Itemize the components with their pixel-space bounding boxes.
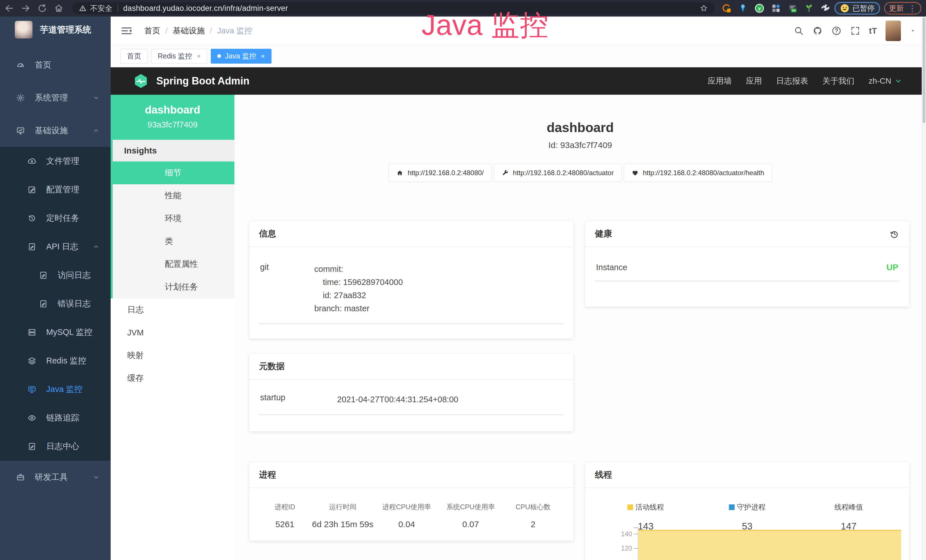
browser-home-icon[interactable] bbox=[54, 3, 64, 14]
sba-item-logs[interactable]: 日志 bbox=[110, 298, 235, 321]
not-secure-warning-icon[interactable] bbox=[79, 4, 87, 12]
instance-name: dashboard bbox=[110, 104, 235, 116]
page-title: dashboard bbox=[235, 120, 926, 135]
extension-sprout-icon[interactable] bbox=[804, 3, 814, 13]
security-label: 不安全 bbox=[90, 3, 112, 14]
sidebar-item-tracing[interactable]: 链路追踪 bbox=[0, 404, 110, 432]
service-url-button[interactable]: http://192.168.0.2:48080/ bbox=[389, 164, 492, 182]
breadcrumb-infrastructure[interactable]: 基础设施 bbox=[173, 26, 205, 36]
sba-instance-header[interactable]: dashboard 93a3fc7f7409 bbox=[110, 95, 235, 140]
browser-menu-icon[interactable]: ⋮ bbox=[908, 4, 917, 13]
address-bar[interactable]: 不安全 dashboard.yudao.iocoder.cn/infra/adm… bbox=[73, 2, 715, 14]
sba-brand-title[interactable]: Spring Boot Admin bbox=[156, 75, 250, 87]
extension-green-circle-icon[interactable]: y bbox=[755, 3, 764, 13]
sba-item-mappings[interactable]: 映射 bbox=[110, 344, 235, 367]
metadata-startup-row: startup 2021-04-27T00:44:31.254+08:00 bbox=[259, 384, 563, 415]
extension-switch-on-icon[interactable]: on bbox=[788, 3, 797, 13]
bookmark-star-icon[interactable] bbox=[699, 4, 708, 13]
sidebar-item-dev-tools[interactable]: 研发工具 bbox=[0, 461, 110, 493]
tab-redis-monitor[interactable]: Redis 监控 × bbox=[151, 49, 207, 64]
page-scrollbar[interactable] bbox=[922, 17, 926, 560]
home-icon bbox=[396, 169, 404, 177]
extension-grid-icon[interactable] bbox=[771, 3, 781, 13]
sba-locale-select[interactable]: zh-CN bbox=[869, 76, 903, 86]
health-history-icon[interactable] bbox=[889, 229, 899, 239]
sba-nav-about[interactable]: 关于我们 bbox=[823, 76, 855, 86]
sba-item-config-props[interactable]: 配置属性 bbox=[113, 253, 235, 275]
eye-icon bbox=[27, 413, 36, 422]
user-avatar[interactable] bbox=[885, 21, 901, 41]
health-key: Instance bbox=[596, 263, 627, 272]
log-edit-icon bbox=[27, 442, 36, 451]
sidebar-item-api-logs[interactable]: API 日志 bbox=[0, 233, 110, 261]
info-value: commit: time: 1596289704000 id: 27aa832 … bbox=[314, 262, 403, 315]
sba-nav-journal[interactable]: 日志报表 bbox=[776, 76, 808, 86]
sba-item-classes[interactable]: 类 bbox=[113, 230, 235, 253]
update-label: 更新 bbox=[889, 3, 904, 14]
extension-pin-icon[interactable] bbox=[738, 3, 748, 13]
sidebar-item-log-center[interactable]: 日志中心 bbox=[0, 432, 110, 461]
sba-nav-applications[interactable]: 应用 bbox=[746, 76, 762, 86]
card-info-title: 信息 bbox=[259, 228, 276, 240]
briefcase-icon bbox=[16, 473, 25, 482]
scrollbar-thumb[interactable] bbox=[923, 17, 925, 123]
sba-item-metrics[interactable]: 性能 bbox=[113, 184, 235, 207]
sidebar-item-java-monitor[interactable]: Java 监控 bbox=[0, 375, 110, 404]
legend-swatch-daemon-threads bbox=[729, 504, 735, 510]
fullscreen-icon[interactable] bbox=[850, 26, 860, 36]
sba-item-details[interactable]: 细节 bbox=[113, 162, 235, 184]
tab-java-monitor[interactable]: Java 监控 × bbox=[211, 49, 271, 64]
close-icon[interactable]: × bbox=[261, 52, 265, 60]
insights-section-label: Insights bbox=[113, 140, 235, 162]
process-header-proc-cpu: 进程CPU使用率 bbox=[375, 502, 439, 512]
sba-nav-wallboard[interactable]: 应用墙 bbox=[708, 76, 732, 86]
sidebar-item-scheduled-tasks[interactable]: 定时任务 bbox=[0, 204, 110, 233]
card-health-title: 健康 bbox=[595, 228, 612, 240]
sidebar-item-redis-monitor[interactable]: Redis 监控 bbox=[0, 347, 110, 375]
instance-links: http://192.168.0.2:48080/ http://192.168… bbox=[235, 164, 926, 182]
browser-update-button[interactable]: 更新 ⋮ bbox=[884, 2, 921, 15]
close-icon[interactable]: × bbox=[197, 52, 201, 60]
card-metadata-title: 元数据 bbox=[259, 360, 284, 372]
browser-forward-icon[interactable] bbox=[21, 3, 31, 14]
sba-nav: 应用墙 应用 日志报表 关于我们 zh-CN bbox=[708, 76, 903, 86]
sidebar-item-mysql-monitor[interactable]: MySQL 监控 bbox=[0, 318, 110, 347]
sidebar-item-home[interactable]: 首页 bbox=[0, 48, 110, 81]
sidebar-item-infrastructure[interactable]: 基础设施 bbox=[0, 114, 110, 147]
spring-boot-admin-logo-icon[interactable] bbox=[133, 73, 149, 89]
github-icon[interactable] bbox=[813, 26, 823, 36]
health-url-button[interactable]: http://192.168.0.2:48080/actuator/health bbox=[624, 164, 772, 182]
breadcrumb-home[interactable]: 首页 bbox=[144, 26, 160, 36]
database-icon bbox=[27, 328, 36, 337]
heartbeat-icon bbox=[631, 169, 639, 177]
hamburger-icon[interactable] bbox=[121, 26, 132, 36]
browser-back-icon[interactable] bbox=[4, 3, 14, 14]
app-logo[interactable]: 芋道管理系统 bbox=[0, 17, 110, 43]
main-column: 首页 / 基础设施 / Java 监控 tT 首页 Redis 监控 × Jav… bbox=[110, 17, 926, 560]
help-icon[interactable] bbox=[831, 26, 841, 36]
sidebar-item-access-logs[interactable]: 访问日志 bbox=[0, 261, 110, 289]
user-menu-caret-icon[interactable] bbox=[909, 27, 916, 34]
info-key: git bbox=[260, 262, 314, 315]
browser-reload-icon[interactable] bbox=[37, 3, 47, 14]
sba-item-scheduled-tasks[interactable]: 计划任务 bbox=[113, 275, 235, 298]
sba-item-jvm[interactable]: JVM bbox=[110, 321, 235, 344]
smiley-emoji-icon bbox=[840, 3, 850, 13]
sba-main-content: dashboard Id: 93a3fc7f7409 http://192.16… bbox=[235, 95, 926, 560]
actuator-url-button[interactable]: http://192.168.0.2:48080/actuator bbox=[494, 164, 622, 182]
sba-item-environment[interactable]: 环境 bbox=[113, 207, 235, 230]
sidebar-item-error-logs[interactable]: 错误日志 bbox=[0, 289, 110, 318]
extension-puzzle-icon[interactable] bbox=[821, 3, 831, 13]
sba-item-caches[interactable]: 缓存 bbox=[110, 367, 235, 390]
extension-colorzilla-icon[interactable] bbox=[722, 3, 731, 13]
header-actions: tT bbox=[794, 21, 916, 41]
sidebar-item-config-mgmt[interactable]: 配置管理 bbox=[0, 176, 110, 204]
paused-extension-button[interactable]: 已暂停 bbox=[834, 2, 880, 15]
tab-home[interactable]: 首页 bbox=[120, 49, 148, 64]
sidebar-item-system-mgmt[interactable]: 系统管理 bbox=[0, 81, 110, 114]
stack-icon bbox=[27, 356, 36, 365]
process-value-uptime: 6d 23h 15m 59s bbox=[311, 519, 375, 529]
font-size-icon[interactable]: tT bbox=[869, 26, 877, 36]
sidebar-item-file-mgmt[interactable]: 文件管理 bbox=[0, 147, 110, 176]
search-icon[interactable] bbox=[794, 26, 804, 36]
